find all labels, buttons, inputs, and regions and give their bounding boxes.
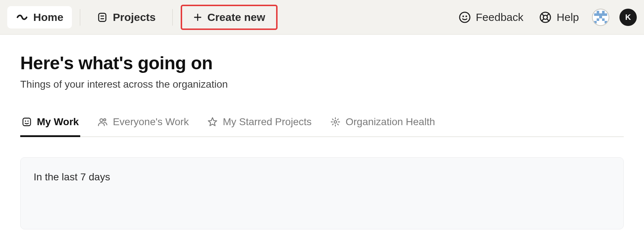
tab-everyones-work-label: Everyone's Work: [113, 116, 189, 128]
org-avatar-icon: [594, 11, 607, 24]
tabs: My Work Everyone's Work My Starred Proje…: [20, 112, 624, 137]
svg-point-16: [28, 121, 28, 121]
page-subtitle: Things of your interest across the organ…: [20, 79, 624, 90]
svg-point-6: [463, 16, 463, 17]
org-avatar[interactable]: [592, 9, 609, 26]
svg-marker-19: [209, 118, 217, 126]
tab-my-work[interactable]: My Work: [20, 112, 80, 136]
svg-line-11: [547, 14, 549, 16]
svg-point-17: [100, 119, 103, 122]
tab-my-work-label: My Work: [37, 116, 79, 128]
home-label: Home: [33, 11, 63, 23]
feedback-button[interactable]: Feedback: [456, 9, 527, 26]
topbar-right: Feedback Help: [456, 9, 637, 26]
svg-rect-0: [99, 13, 106, 21]
gear-icon: [330, 117, 340, 127]
svg-line-10: [542, 14, 544, 16]
tab-org-health[interactable]: Organization Health: [329, 112, 436, 136]
tab-everyones-work[interactable]: Everyone's Work: [96, 112, 190, 136]
svg-line-13: [547, 19, 549, 21]
tab-starred-label: My Starred Projects: [223, 116, 312, 128]
create-new-label: Create new: [207, 11, 265, 23]
people-icon: [98, 117, 108, 127]
help-button[interactable]: Help: [536, 9, 582, 26]
svg-point-7: [466, 16, 467, 17]
logo-icon: [16, 11, 28, 23]
page-title: Here's what's going on: [20, 53, 624, 74]
topbar: Home Projects Create new: [0, 0, 644, 35]
projects-button[interactable]: Projects: [88, 6, 164, 28]
topbar-left: Home Projects Create new: [7, 5, 278, 30]
create-new-button[interactable]: Create new: [181, 5, 278, 30]
svg-rect-14: [23, 118, 31, 126]
home-button[interactable]: Home: [7, 6, 72, 28]
svg-line-12: [542, 19, 544, 21]
projects-icon: [97, 12, 108, 23]
user-initial: K: [625, 13, 631, 22]
plus-icon: [193, 13, 202, 22]
projects-label: Projects: [113, 11, 155, 23]
face-icon: [22, 117, 32, 127]
star-icon: [207, 117, 218, 127]
panel-heading: In the last 7 days: [34, 171, 610, 183]
help-label: Help: [557, 11, 579, 23]
user-avatar[interactable]: K: [619, 9, 637, 26]
tab-starred-projects[interactable]: My Starred Projects: [206, 112, 313, 136]
nav-separator: [80, 9, 80, 26]
help-icon: [539, 11, 551, 23]
svg-point-15: [25, 121, 26, 121]
svg-point-20: [334, 121, 337, 123]
smile-icon: [459, 11, 471, 23]
main-content: Here's what's going on Things of your in…: [0, 35, 644, 229]
svg-point-18: [104, 119, 106, 121]
recent-activity-panel: In the last 7 days: [20, 157, 624, 229]
svg-point-5: [459, 12, 469, 22]
feedback-label: Feedback: [476, 11, 524, 23]
nav-separator: [172, 9, 173, 26]
tab-org-health-label: Organization Health: [345, 116, 435, 128]
